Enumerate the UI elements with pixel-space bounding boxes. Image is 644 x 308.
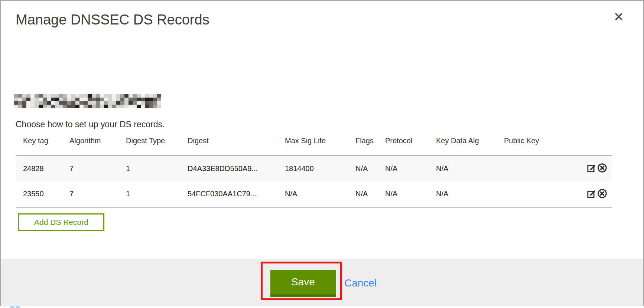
col-header-actions (567, 134, 612, 155)
col-header-public-key: Public Key (497, 134, 567, 155)
cell-digest-type: 1 (118, 155, 180, 181)
cell-flags: N/A (348, 181, 378, 207)
cell-algorithm: 7 (62, 155, 118, 181)
col-header-flags: Flags (348, 134, 378, 155)
row-actions (567, 181, 612, 207)
col-header-key-data-alg: Key Data Alg (429, 134, 497, 155)
remove-icon (597, 194, 607, 200)
close-icon (614, 12, 624, 23)
edit-record-button[interactable] (586, 163, 596, 174)
cell-protocol: N/A (378, 181, 429, 207)
cell-key-tag: 24828 (16, 155, 62, 181)
row-actions (567, 155, 612, 181)
cell-digest: 54FCF030AA1C79... (180, 181, 277, 207)
background-page-fragment (10, 306, 20, 308)
cell-algorithm: 7 (62, 181, 118, 207)
add-ds-record-button[interactable]: Add DS Record (18, 213, 104, 231)
col-header-max-sig-life: Max Sig Life (277, 134, 348, 155)
table-header-row: Key tag Algorithm Digest Type Digest Max… (16, 134, 612, 155)
cell-protocol: N/A (378, 155, 429, 181)
cell-digest: D4A33E8DD550A9... (180, 155, 277, 181)
ds-records-table: Key tag Algorithm Digest Type Digest Max… (16, 134, 612, 208)
cell-key-tag: 23550 (16, 181, 62, 207)
redacted-domain-text (14, 94, 161, 108)
edit-icon (586, 194, 596, 200)
cell-key-data-alg: N/A (429, 181, 497, 207)
delete-record-button[interactable] (597, 163, 607, 174)
table-row: 24828 7 1 D4A33E8DD550A9... 1814400 N/A … (16, 155, 612, 181)
col-header-digest: Digest (180, 134, 277, 155)
manage-dnssec-modal: Manage DNSSEC DS Records Choose how to s… (0, 0, 644, 306)
cell-max-sig-life: N/A (277, 181, 348, 207)
cell-public-key (497, 181, 567, 207)
col-header-key-tag: Key tag (16, 134, 62, 155)
cell-digest-type: 1 (118, 181, 180, 207)
col-header-protocol: Protocol (378, 134, 429, 155)
col-header-algorithm: Algorithm (62, 134, 118, 155)
table-row: 23550 7 1 54FCF030AA1C79... N/A N/A N/A … (16, 181, 612, 207)
cell-key-data-alg: N/A (429, 155, 497, 181)
col-header-digest-type: Digest Type (118, 134, 180, 155)
cancel-link[interactable]: Cancel (344, 277, 377, 289)
save-button[interactable]: Save (270, 270, 336, 297)
cell-flags: N/A (348, 155, 378, 181)
cell-max-sig-life: 1814400 (277, 155, 348, 181)
edit-icon (586, 168, 596, 174)
delete-record-button[interactable] (597, 189, 607, 200)
close-button[interactable] (613, 11, 625, 23)
page-title: Manage DNSSEC DS Records (16, 12, 209, 28)
instruction-text: Choose how to set up your DS records. (16, 119, 165, 130)
remove-icon (597, 168, 607, 174)
cell-public-key (497, 155, 567, 181)
edit-record-button[interactable] (586, 189, 596, 200)
